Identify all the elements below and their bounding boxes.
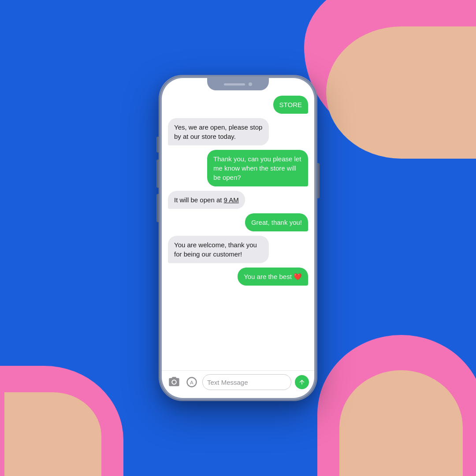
input-placeholder: Text Message [207, 379, 248, 386]
message-bubble-sent: Thank you, can you please let me know wh… [207, 150, 308, 186]
phone-device: STORE Yes, we are open, please stop by a… [159, 75, 317, 401]
message-row: You are the best ❤️ [168, 268, 308, 286]
notch-camera [249, 82, 252, 86]
mute-button[interactable] [156, 137, 159, 152]
text-input[interactable]: Text Message [202, 374, 291, 390]
volume-up-button[interactable] [156, 160, 159, 188]
message-bubble-received: Yes, we are open, please stop by at our … [168, 118, 269, 145]
apps-icon[interactable]: A [185, 375, 199, 389]
message-row: Great, thank you! [168, 213, 308, 231]
underlined-time: 9 AM [224, 196, 239, 204]
message-bubble-sent: Great, thank you! [245, 213, 308, 231]
power-button[interactable] [317, 163, 320, 198]
message-row: You are welcome, thank you for being our… [168, 236, 308, 263]
svg-text:A: A [190, 379, 193, 385]
message-bubble-sent: STORE [273, 96, 308, 114]
messages-area[interactable]: STORE Yes, we are open, please stop by a… [162, 78, 314, 370]
send-button[interactable] [295, 375, 309, 389]
message-bubble-received: It will be open at 9 AM [168, 191, 245, 209]
message-bubble-received: You are welcome, thank you for being our… [168, 236, 269, 263]
blob-peach-right [326, 26, 476, 159]
blob-peach-bottom-left [4, 392, 101, 476]
notch-speaker [224, 83, 245, 86]
phone-shell: STORE Yes, we are open, please stop by a… [159, 75, 317, 401]
notch [207, 78, 269, 90]
message-row: It will be open at 9 AM [168, 191, 308, 209]
input-bar: A Text Message [162, 370, 314, 398]
phone-screen: STORE Yes, we are open, please stop by a… [162, 78, 314, 398]
phone-inner: STORE Yes, we are open, please stop by a… [160, 76, 316, 400]
camera-icon[interactable] [167, 375, 181, 389]
message-row: STORE [168, 96, 308, 114]
message-row: Thank you, can you please let me know wh… [168, 150, 308, 186]
message-row: Yes, we are open, please stop by at our … [168, 118, 308, 145]
volume-down-button[interactable] [156, 194, 159, 222]
message-bubble-sent: You are the best ❤️ [238, 268, 308, 286]
